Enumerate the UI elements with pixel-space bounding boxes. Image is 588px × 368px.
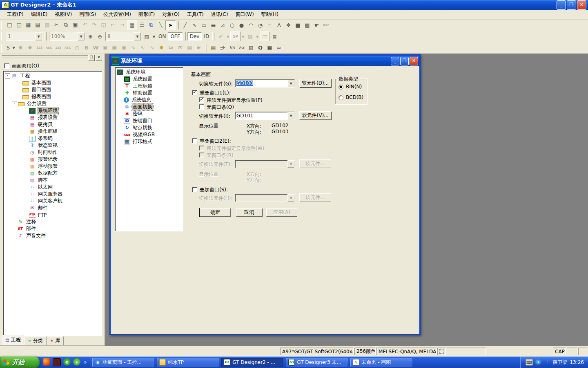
paint-color-icon[interactable]: ▨ xyxy=(245,32,255,41)
tree-item-alarm-history[interactable]: ▥ 报警记录 xyxy=(3,156,102,163)
tree-item-window-screen[interactable]: 窗口画面 xyxy=(3,86,102,93)
arc-tool-icon[interactable]: ◠ xyxy=(246,21,256,30)
level-display-tool-icon[interactable]: ▣ xyxy=(110,43,119,52)
tree-item-system-environment[interactable]: ✔ 系统环境 xyxy=(3,107,102,114)
tree-item-hard-copy[interactable]: ▤ 硬拷贝 xyxy=(3,121,102,128)
zoom-select-icon[interactable]: ◲ xyxy=(99,20,108,29)
dialog-minimize-button[interactable]: _ xyxy=(391,57,399,65)
menu-edit[interactable]: 编辑(E) xyxy=(27,10,51,19)
panel-close-button[interactable]: ✕ xyxy=(96,55,102,61)
toolbar-grip[interactable] xyxy=(177,21,179,29)
dialog-tree-system-environment[interactable]: ✔ 系统环境 xyxy=(115,69,183,76)
dev-display-button[interactable]: Dev xyxy=(187,32,202,40)
menu-figure[interactable]: 图形(F) xyxy=(135,10,158,19)
tree-item-gateway-server[interactable]: ∷ 网关服务器 xyxy=(3,191,102,197)
fill-color-icon[interactable]: ▨ xyxy=(142,32,151,41)
menu-tools[interactable]: 工具(T) xyxy=(183,10,207,19)
tree-item-report-screen[interactable]: 报表画面 xyxy=(3,93,102,100)
ascii-input-tool-icon[interactable]: ASC xyxy=(63,43,72,52)
quicklaunch-media-icon[interactable] xyxy=(43,358,50,366)
tree-item-sound-files[interactable]: ♪ 声音文件 xyxy=(3,232,102,239)
bcd-radio[interactable] xyxy=(339,95,343,100)
data-view-icon[interactable]: ≣ xyxy=(270,32,279,41)
tree-item-script[interactable]: ▤ 脚本 xyxy=(3,177,102,184)
device-on-button[interactable]: ON xyxy=(156,33,168,40)
toolbar-grip[interactable] xyxy=(1,32,3,40)
toolbar-grip[interactable] xyxy=(1,21,3,29)
line-tool-icon[interactable]: ╱ xyxy=(180,21,190,30)
dxf-import-icon[interactable]: DXF xyxy=(321,21,331,30)
tab-category[interactable]: ≣ 分类 xyxy=(24,336,46,345)
overlap-window1-checkbox[interactable] xyxy=(192,90,197,95)
tree-item-time-action[interactable]: ◷ 时间动作 xyxy=(3,149,102,156)
tree-item-parts[interactable]: 8T 部件 xyxy=(3,225,102,232)
win1-device-combo[interactable]: GD101▼ xyxy=(235,112,295,120)
base-device-combo[interactable]: GD100▼ xyxy=(235,79,295,88)
text-tool-icon[interactable]: A xyxy=(274,21,284,30)
screen-number-combo[interactable]: 1▼ xyxy=(6,32,42,41)
circle-tool-icon[interactable]: ○ xyxy=(227,21,237,30)
lamp2-tool-icon[interactable]: ✸ xyxy=(25,43,35,52)
minimize-button[interactable]: _ xyxy=(557,0,566,10)
bin-radio[interactable] xyxy=(339,85,343,90)
bar-graph-tool-icon[interactable]: ∿ xyxy=(147,43,157,52)
data-list-icon[interactable]: ☰ xyxy=(137,20,147,29)
switch-tool-dropdown-icon[interactable]: ▾ xyxy=(11,43,16,52)
dialog-tree-system-information[interactable]: i 系统信息 xyxy=(115,96,183,103)
dialog-tree-password[interactable]: ✱ 密码 xyxy=(115,110,183,117)
win1-position-checkbox[interactable] xyxy=(199,97,204,103)
zoom-in-icon[interactable]: ⊕ xyxy=(86,32,95,41)
find-device-icon[interactable]: Q xyxy=(256,43,265,52)
id-display-button[interactable]: ID xyxy=(202,33,211,40)
line-graph-tool-icon[interactable]: ∿ xyxy=(129,43,138,52)
image-tool-icon[interactable]: ▩ xyxy=(303,21,312,30)
screen-image-list-icon[interactable]: ▦ xyxy=(127,20,137,30)
ellipse-tool-icon[interactable]: ● xyxy=(237,21,246,30)
fill-color-dropdown-icon[interactable]: ▾ xyxy=(151,32,156,41)
paste-icon[interactable]: ▣ xyxy=(71,20,80,29)
tree-item-project-root[interactable]: - ▤ 工程 xyxy=(3,72,102,79)
key-window-tool-icon[interactable]: 1a xyxy=(166,43,176,52)
task-gt-designer3[interactable]: G3 GT Designer3 未... xyxy=(286,358,348,367)
tray-language-icon[interactable]: ‹ xyxy=(535,359,541,365)
pen-color-icon[interactable]: ✐ xyxy=(216,32,225,41)
screen-property-icon[interactable]: ▤ xyxy=(209,43,218,52)
select-cursor-icon[interactable]: ➤ xyxy=(165,20,176,30)
dialog-tree-print-format[interactable]: ▦ 打印格式 xyxy=(115,138,183,145)
save-icon[interactable]: ▦ xyxy=(24,20,33,29)
dialog-tree-system-settings[interactable]: ▦ 系统设置 xyxy=(115,76,183,83)
new-icon[interactable]: □ xyxy=(5,20,14,29)
task-pure-water-folder[interactable]: 纯水TP xyxy=(157,358,219,367)
switch-tool-icon[interactable]: S xyxy=(5,43,11,52)
menu-common-settings[interactable]: 公共设置(M) xyxy=(100,10,135,19)
save-project-icon[interactable]: ▤ xyxy=(33,20,42,29)
task-paint[interactable]: ✎ 未命名 - 画图 xyxy=(350,358,412,367)
tree-item-common-settings[interactable]: - 公共设置 xyxy=(3,100,102,107)
tree-item-barcode[interactable]: ‖ 条形码 xyxy=(3,135,102,142)
tree-item-ftp[interactable]: FTP FTP xyxy=(3,211,102,218)
open-icon[interactable]: ◱ xyxy=(14,20,24,29)
trend-graph-tool-icon[interactable]: ∿ xyxy=(138,43,147,52)
export-icon[interactable]: Ex xyxy=(237,43,246,52)
parts-display-tool-icon[interactable]: ▣ xyxy=(119,43,129,52)
font-size-combo[interactable]: 8▼ xyxy=(105,32,141,41)
screen-call-checkbox[interactable] xyxy=(4,63,9,69)
base-device-button[interactable]: 软元件(D)... xyxy=(299,79,331,88)
next-screen-icon[interactable]: → xyxy=(118,20,127,29)
polyline-tool-icon[interactable]: ∿ xyxy=(190,21,199,30)
menu-help[interactable]: 帮助(H) xyxy=(258,10,282,19)
start-button[interactable]: 开始 xyxy=(0,357,40,368)
zoom-combo[interactable]: 100%▼ xyxy=(49,32,85,41)
tab-library[interactable]: ✶ 库 xyxy=(47,336,64,345)
grid-setting-icon[interactable]: ▦ xyxy=(265,43,274,52)
tree-item-gateway-client[interactable]: ∷ 网关客户机 xyxy=(3,197,102,204)
menu-project[interactable]: 工程(P) xyxy=(3,10,27,19)
undo-icon[interactable]: ↶ xyxy=(80,20,89,29)
panelmeter-tool-icon[interactable]: ▣ xyxy=(100,43,110,52)
dialog-tree-video-rgb[interactable]: RGB 视频/RGB xyxy=(115,131,183,138)
toolbar-grip[interactable] xyxy=(212,32,214,40)
paint-color-dropdown-icon[interactable]: ▾ xyxy=(255,32,260,41)
toolbar-grip[interactable] xyxy=(205,44,207,52)
superimpose-window-checkbox[interactable] xyxy=(192,187,197,192)
quick-launch-chevron-icon[interactable]: » xyxy=(83,359,87,365)
